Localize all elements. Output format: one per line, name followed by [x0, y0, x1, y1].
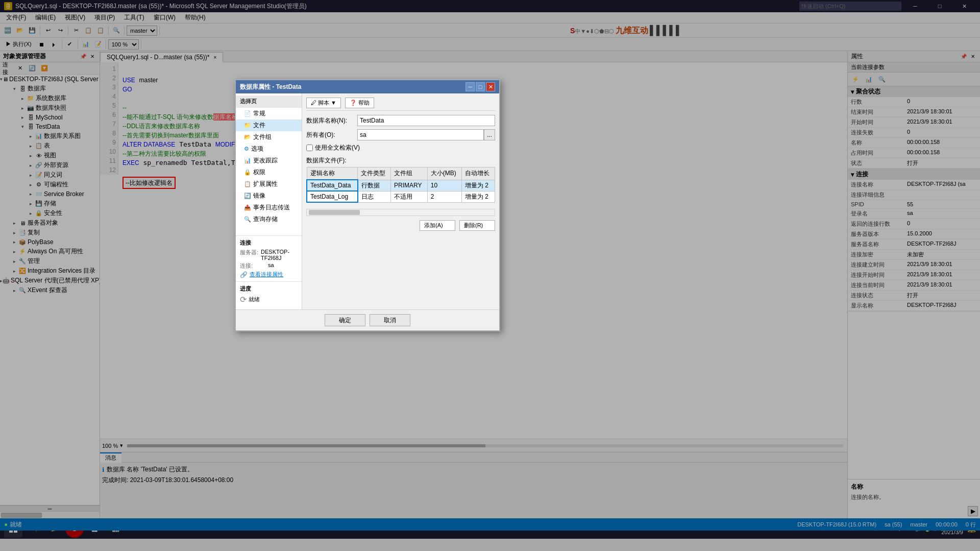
progress-spinner: ⟳	[240, 295, 247, 304]
nav-qs-icon: 🔍	[244, 216, 251, 223]
modal-right-content: 🖊 脚本 ▼ ❓ 帮助 数据库名称(N): 所有者(O): ... 使用全文检索…	[302, 93, 499, 309]
modal-nav-filegroups[interactable]: 📂 文件组	[236, 131, 302, 143]
col-filetype: 文件类型	[358, 167, 391, 180]
modal-conn-title: 连接	[240, 239, 298, 247]
data-filetype-cell: 行数据	[358, 180, 391, 191]
modal-close-btn[interactable]: ✕	[486, 82, 495, 91]
table-row-data[interactable]: TestData_Data 行数据 PRIMARY 10 增量为 2	[307, 180, 495, 191]
log-filename-cell: TestData_Log	[307, 191, 358, 202]
col-logicalname: 逻辑名称	[307, 167, 358, 180]
nav-files-icon: 📁	[244, 122, 251, 129]
modal-nav-options[interactable]: ⚙ 选项	[236, 143, 302, 155]
modal-dbname-input[interactable]	[357, 115, 495, 126]
modal-fulltext-checkbox[interactable]	[306, 145, 313, 151]
modal-viewprops-row: 🔗 查看连接属性	[240, 271, 298, 278]
modal-conn-row: 连接: sa	[240, 262, 298, 270]
nav-qs-label: 查询存储	[253, 215, 278, 224]
modal-progress-section: 进度 ⟳ 就绪	[236, 281, 302, 307]
nav-perm-label: 权限	[253, 168, 265, 177]
modal-dbname-label: 数据库名称(N):	[306, 116, 357, 125]
modal-files-table: 逻辑名称 文件类型 文件组 大小(MB) 自动增长 TestData_Data …	[306, 167, 495, 203]
nav-ct-icon: 📊	[244, 157, 251, 164]
nav-ls-label: 事务日志传送	[253, 203, 290, 212]
modal-remove-btn[interactable]: 删除(R)	[459, 220, 495, 231]
modal-title-bar: 数据库属性 - TestData ─ □ ✕	[236, 80, 499, 93]
progress-status-text: 就绪	[249, 296, 260, 303]
nav-mirror-icon: 🔄	[244, 193, 251, 199]
view-props-link[interactable]: 查看连接属性	[250, 271, 283, 278]
col-filegroup: 文件组	[390, 167, 427, 180]
modal-server-label: 服务器:	[240, 249, 261, 261]
log-size-cell: 2	[427, 191, 461, 202]
modal-fulltext-row: 使用全文检索(V)	[306, 143, 495, 152]
modal-left-connection: 连接 服务器: DESKTOP-TF2I68J 连接: sa 🔗 查看连接属性	[236, 235, 302, 281]
modal-fulltext-label: 使用全文检索(V)	[315, 143, 360, 152]
table-row-log[interactable]: TestData_Log 日志 不适用 2 增量为 2	[307, 191, 495, 202]
nav-filegroups-label: 文件组	[253, 133, 272, 141]
modal-add-btn[interactable]: 添加(A)	[420, 220, 455, 231]
data-size-cell: 10	[427, 180, 461, 191]
modal-server-row: 服务器: DESKTOP-TF2I68J	[240, 249, 298, 261]
database-properties-modal: 数据库属性 - TestData ─ □ ✕ 选择页 📄 常规 📁 文件	[235, 79, 500, 331]
modal-files-table-container: 逻辑名称 文件类型 文件组 大小(MB) 自动增长 TestData_Data …	[306, 167, 495, 207]
modal-progress-title: 进度	[240, 285, 298, 293]
col-size: 大小(MB)	[427, 167, 461, 180]
nav-options-label: 选项	[251, 145, 263, 153]
modal-minimize-btn[interactable]: ─	[465, 82, 475, 91]
modal-file-buttons: 添加(A) 删除(R)	[306, 220, 495, 231]
modal-nav-general[interactable]: 📄 常规	[236, 108, 302, 119]
nav-general-icon: 📄	[244, 110, 251, 117]
modal-nav-logshipping[interactable]: 📤 事务日志传送	[236, 202, 302, 213]
modal-footer: 确定 取消	[236, 309, 499, 330]
modal-nav-mirror[interactable]: 🔄 镜像	[236, 190, 302, 202]
modal-owner-label: 所有者(O):	[306, 131, 357, 139]
nav-options-icon: ⚙	[244, 146, 249, 152]
nav-files-label: 文件	[253, 121, 265, 130]
modal-server-val: DESKTOP-TF2I68J	[261, 249, 298, 261]
modal-help-btn[interactable]: ❓ 帮助	[345, 98, 374, 108]
modal-owner-browse-btn[interactable]: ...	[484, 129, 495, 140]
col-autogrowth: 自动增长	[461, 167, 495, 180]
nav-general-label: 常规	[253, 109, 265, 118]
data-filename-cell: TestData_Data	[307, 180, 358, 191]
modal-ok-btn[interactable]: 确定	[325, 314, 365, 326]
modal-nav-section-label: 选择页	[236, 95, 302, 108]
table-horizontal-scroll[interactable]	[306, 209, 495, 216]
modal-body: 选择页 📄 常规 📁 文件 📂 文件组 ⚙ 选项 �	[236, 93, 499, 309]
modal-owner-row: 所有者(O): ...	[306, 129, 495, 140]
modal-nav-permissions[interactable]: 🔒 权限	[236, 166, 302, 178]
table-hscroll-thumb	[309, 210, 360, 215]
modal-conn-label: 连接:	[240, 262, 268, 270]
modal-owner-input[interactable]	[357, 129, 484, 140]
modal-nav: 选择页 📄 常规 📁 文件 📂 文件组 ⚙ 选项 �	[236, 93, 302, 309]
nav-perm-icon: 🔒	[244, 169, 251, 176]
modal-progress-status: ⟳ 就绪	[240, 295, 298, 304]
modal-dbname-row: 数据库名称(N):	[306, 115, 495, 126]
nav-ls-icon: 📤	[244, 204, 251, 211]
modal-script-btn[interactable]: 🖊 脚本 ▼	[306, 98, 341, 108]
modal-nav-extprops[interactable]: 📋 扩展属性	[236, 178, 302, 190]
modal-nav-files[interactable]: 📁 文件	[236, 119, 302, 131]
data-filegroup-cell: PRIMARY	[390, 180, 427, 191]
nav-mirror-label: 镜像	[253, 191, 265, 200]
modal-cancel-btn[interactable]: 取消	[370, 314, 410, 326]
modal-files-label: 数据库文件(F):	[306, 156, 495, 165]
modal-nav-changetracking[interactable]: 📊 更改跟踪	[236, 155, 302, 166]
nav-ext-label: 扩展属性	[253, 180, 278, 188]
modal-conn-val: sa	[268, 262, 274, 270]
log-filegroup-cell: 不适用	[390, 191, 427, 202]
nav-filegroups-icon: 📂	[244, 134, 251, 140]
modal-maximize-btn[interactable]: □	[476, 82, 485, 91]
modal-toolbar: 🖊 脚本 ▼ ❓ 帮助	[306, 98, 495, 111]
log-filetype-cell: 日志	[358, 191, 391, 202]
modal-window-controls: ─ □ ✕	[465, 82, 495, 91]
modal-title: 数据库属性 - TestData	[240, 83, 301, 91]
data-auto-cell: 增量为 2	[461, 180, 495, 191]
viewprops-icon: 🔗	[240, 271, 248, 278]
log-auto-cell: 增量为 2	[461, 191, 495, 202]
nav-ct-label: 更改跟踪	[253, 156, 278, 165]
nav-ext-icon: 📋	[244, 181, 251, 187]
modal-nav-querystore[interactable]: 🔍 查询存储	[236, 213, 302, 225]
modal-overlay: 数据库属性 - TestData ─ □ ✕ 选择页 📄 常规 📁 文件	[0, 0, 980, 551]
